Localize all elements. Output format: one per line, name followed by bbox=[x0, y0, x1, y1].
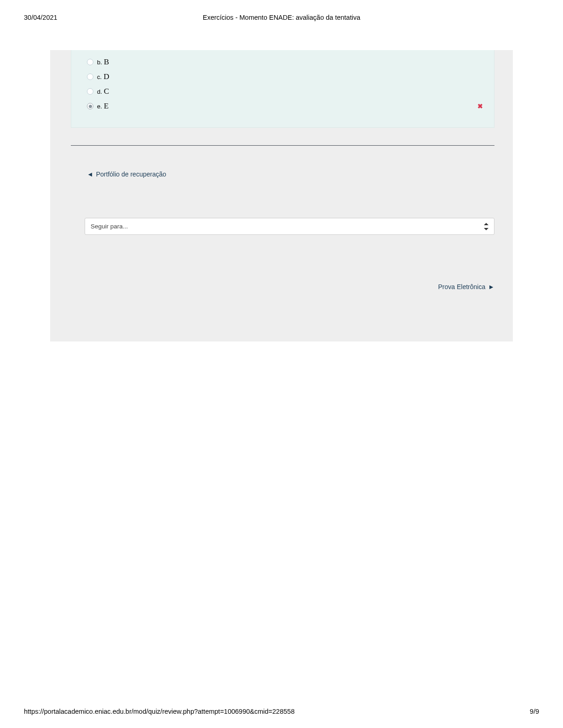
content-panel: b. B c. D d. C e. E ✖ ◄ Portfólio de rec… bbox=[50, 50, 513, 341]
option-letter: E bbox=[104, 102, 109, 111]
option-index: e. bbox=[97, 103, 102, 110]
prev-activity-label: Portfólio de recuperação bbox=[96, 171, 167, 178]
jump-to-wrap: Seguir para... bbox=[85, 218, 494, 235]
radio-icon bbox=[87, 88, 93, 95]
jump-to-placeholder: Seguir para... bbox=[91, 223, 128, 230]
radio-icon bbox=[87, 59, 93, 65]
option-letter: D bbox=[103, 72, 109, 81]
option-row-e[interactable]: e. E ✖ bbox=[87, 99, 485, 114]
next-activity-label: Prova Eletrônica bbox=[438, 283, 486, 290]
print-page-number: 9/9 bbox=[530, 708, 539, 715]
question-options: b. B c. D d. C e. E ✖ bbox=[71, 50, 494, 128]
radio-icon bbox=[87, 74, 93, 80]
jump-to-select[interactable]: Seguir para... bbox=[85, 218, 494, 235]
arrow-right-icon: ► bbox=[488, 284, 494, 290]
option-row-c[interactable]: c. D bbox=[87, 69, 485, 84]
arrow-left-icon: ◄ bbox=[87, 171, 93, 178]
option-letter: C bbox=[104, 87, 109, 96]
print-url: https://portalacademico.eniac.edu.br/mod… bbox=[24, 708, 294, 715]
option-letter: B bbox=[104, 57, 109, 67]
option-row-b[interactable]: b. B bbox=[87, 55, 485, 69]
option-row-d[interactable]: d. C bbox=[87, 84, 485, 99]
next-activity-link[interactable]: Prova Eletrônica ► bbox=[50, 283, 494, 291]
incorrect-icon: ✖ bbox=[477, 102, 483, 110]
option-index: c. bbox=[97, 74, 102, 80]
select-sort-icon bbox=[484, 223, 489, 230]
radio-selected-icon bbox=[87, 103, 93, 109]
option-index: b. bbox=[97, 59, 102, 66]
divider bbox=[71, 145, 494, 146]
page-title: Exercícios - Momento ENADE: avaliação da… bbox=[0, 14, 563, 21]
option-index: d. bbox=[97, 88, 102, 95]
prev-activity-link[interactable]: ◄ Portfólio de recuperação bbox=[87, 171, 513, 178]
